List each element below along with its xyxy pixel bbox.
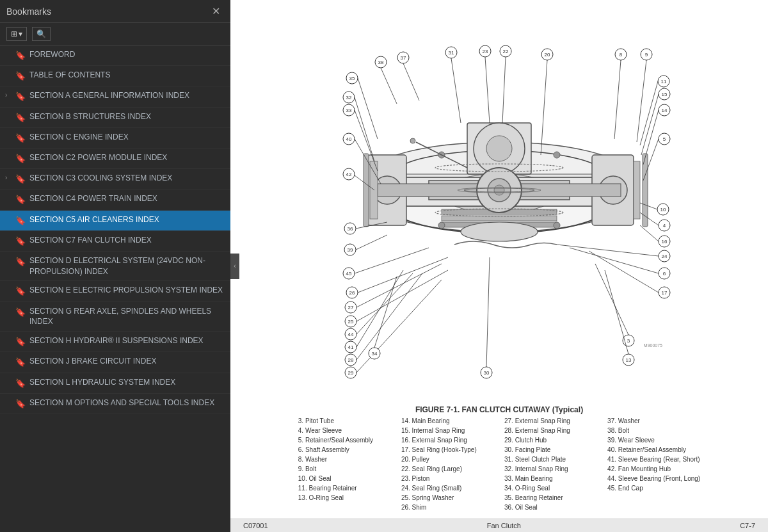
bookmark-item-section-c3[interactable]: ›🔖SECTION C3 COOLING SYSTEM INDEX — [0, 169, 230, 189]
svg-text:40: 40 — [346, 136, 352, 142]
svg-line-136 — [356, 273, 422, 360]
svg-line-52 — [485, 57, 490, 123]
bookmark-item-section-g[interactable]: 🔖SECTION G REAR AXLE, SPINDLES AND WHEEL… — [0, 302, 230, 332]
part-item: 38. Bolt — [607, 426, 700, 435]
svg-text:28: 28 — [348, 357, 354, 363]
bookmark-icon: 🔖 — [15, 307, 26, 318]
part-item: 3. Pitot Tube — [298, 417, 391, 426]
bookmark-item-section-c2[interactable]: 🔖SECTION C2 POWER MODULE INDEX — [0, 149, 230, 169]
part-item: 4. Wear Sleeve — [298, 426, 391, 435]
bookmark-item-toc[interactable]: 🔖TABLE OF CONTENTS — [0, 66, 230, 86]
bookmark-item-section-a[interactable]: ›🔖SECTION A GENERAL INFORMATION INDEX — [0, 86, 230, 107]
bookmark-list[interactable]: 🔖FOREWORD 🔖TABLE OF CONTENTS›🔖SECTION A … — [0, 45, 230, 532]
svg-text:29: 29 — [348, 370, 354, 376]
chevron-icon: › — [5, 173, 14, 182]
svg-text:36: 36 — [348, 226, 353, 232]
page-footer: C07001 Fan Clutch C7-7 — [230, 519, 768, 532]
svg-text:31: 31 — [449, 50, 454, 56]
svg-point-32 — [554, 152, 560, 158]
svg-point-26 — [494, 185, 504, 195]
bookmark-item-foreword[interactable]: 🔖FOREWORD — [0, 45, 230, 66]
bookmark-item-section-l[interactable]: 🔖SECTION L HYDRAULIC SYSTEM INDEX — [0, 373, 230, 394]
bookmark-item-section-c7[interactable]: 🔖SECTION C7 FAN CLUTCH INDEX — [0, 231, 230, 252]
bookmark-label: SECTION D ELECTRICAL SYSTEM (24VDC NON-P… — [29, 255, 225, 277]
close-button[interactable]: ✕ — [208, 4, 224, 19]
bookmark-item-section-d[interactable]: 🔖SECTION D ELECTRICAL SYSTEM (24VDC NON-… — [0, 252, 230, 282]
bookmark-label: FOREWORD — [29, 49, 225, 60]
bookmark-item-section-c5[interactable]: 🔖SECTION C5 AIR CLEANERS INDEX — [0, 211, 230, 231]
svg-text:17: 17 — [662, 290, 668, 296]
svg-point-23 — [486, 136, 512, 161]
bookmark-item-section-e[interactable]: 🔖SECTION E ELECTRIC PROPULSION SYSTEM IN… — [0, 281, 230, 302]
svg-text:10: 10 — [660, 207, 666, 213]
part-item: 30. Facing Plate — [504, 446, 597, 455]
part-item: 20. Pulley — [401, 455, 494, 464]
bookmark-item-section-c4[interactable]: 🔖SECTION C4 POWER TRAIN INDEX — [0, 189, 230, 210]
svg-rect-29 — [370, 161, 378, 219]
svg-text:34: 34 — [372, 351, 378, 357]
collapse-handle[interactable]: ‹ — [230, 254, 239, 279]
bookmark-list-icon: ⊞ — [11, 29, 17, 38]
svg-text:38: 38 — [378, 60, 384, 65]
part-item: 33. Main Bearing — [504, 474, 597, 483]
bookmark-icon: 🔖 — [15, 50, 26, 61]
svg-line-103 — [356, 235, 387, 250]
svg-line-127 — [356, 270, 448, 321]
bookmark-label: SECTION H HYDRAIR® II SUSPENSIONS INDEX — [29, 335, 225, 346]
svg-line-106 — [640, 225, 659, 241]
part-item: 15. Internal Snap Ring — [401, 426, 494, 435]
bookmark-icon: 🔖 — [15, 173, 26, 185]
svg-point-20 — [461, 222, 538, 241]
svg-line-82 — [643, 110, 659, 165]
part-item: 45. End Cap — [607, 484, 700, 493]
bookmark-label: SECTION M OPTIONS AND SPECIAL TOOLS INDE… — [29, 398, 225, 408]
bookmark-label: SECTION C7 FAN CLUTCH INDEX — [29, 235, 225, 246]
search-bookmark-button[interactable]: 🔍 — [32, 27, 51, 41]
bookmark-label: SECTION C3 COOLING SYSTEM INDEX — [29, 173, 225, 184]
bookmark-item-section-c[interactable]: 🔖SECTION C ENGINE INDEX — [0, 128, 230, 149]
page-area: 38 37 31 — [230, 0, 768, 519]
bookmark-item-section-h[interactable]: 🔖SECTION H HYDRAIR® II SUSPENSIONS INDEX — [0, 332, 230, 352]
search-icon: 🔍 — [36, 29, 46, 38]
svg-line-148 — [605, 270, 628, 354]
svg-text:41: 41 — [348, 344, 354, 350]
part-item: 11. Bearing Retainer — [298, 484, 391, 493]
bookmark-label: SECTION C ENGINE INDEX — [29, 132, 225, 143]
footer-left: C07001 — [243, 522, 268, 529]
svg-text:26: 26 — [349, 290, 355, 296]
svg-line-130 — [356, 273, 413, 334]
part-item: 17. Seal Ring (Hook-Type) — [401, 446, 494, 455]
part-item: 35. Bearing Retainer — [504, 494, 597, 503]
svg-line-133 — [356, 270, 403, 347]
bookmark-icon: 🔖 — [15, 112, 26, 124]
bookmark-icon: 🔖 — [15, 378, 26, 389]
bookmark-tool-button[interactable]: ⊞ ▾ — [6, 27, 27, 41]
part-item: 9. Bolt — [298, 465, 391, 474]
svg-line-124 — [589, 251, 659, 293]
diagram-caption-area: FIGURE 7-1. FAN CLUTCH CUTAWAY (Typical)… — [298, 405, 700, 512]
collapse-arrow-icon: ‹ — [234, 262, 236, 270]
svg-line-58 — [541, 60, 547, 155]
part-item: 16. External Snap Ring — [401, 436, 494, 445]
bookmark-item-section-m[interactable]: 🔖SECTION M OPTIONS AND SPECIAL TOOLS IND… — [0, 394, 230, 414]
svg-text:M900075: M900075 — [644, 343, 662, 348]
main-content: ‹ — [230, 0, 768, 532]
svg-text:39: 39 — [348, 247, 353, 253]
bookmark-item-section-j[interactable]: 🔖SECTION J BRAKE CIRCUIT INDEX — [0, 352, 230, 373]
part-item: 26. Shim — [401, 503, 494, 512]
svg-line-145 — [595, 264, 628, 335]
parts-col-4: 37. Washer38. Bolt39. Wear Sleeve40. Ret… — [607, 417, 700, 512]
bookmark-icon: 🔖 — [15, 215, 26, 227]
sidebar-title: Bookmarks — [6, 6, 51, 17]
svg-line-151 — [486, 257, 490, 367]
svg-line-55 — [502, 57, 506, 123]
part-item: 39. Wear Sleeve — [607, 436, 700, 445]
svg-line-118 — [570, 248, 659, 273]
bookmark-icon: 🔖 — [15, 398, 26, 410]
diagram-container: 38 37 31 — [230, 0, 768, 519]
bookmark-icon: 🔖 — [15, 153, 26, 165]
svg-text:3: 3 — [627, 338, 630, 344]
bookmark-label: SECTION J BRAKE CIRCUIT INDEX — [29, 356, 225, 367]
parts-table: 3. Pitot Tube4. Wear Sleeve5. Retainer/S… — [298, 417, 700, 512]
bookmark-item-section-b[interactable]: 🔖SECTION B STRUCTURES INDEX — [0, 108, 230, 128]
